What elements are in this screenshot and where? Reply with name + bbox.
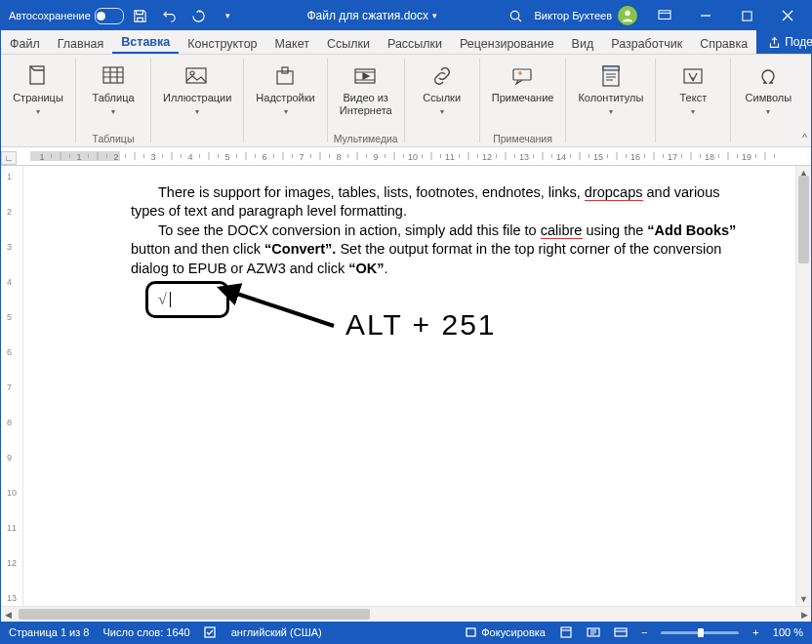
horizontal-scrollbar[interactable]: ◀ ▶: [1, 606, 811, 622]
tab-view[interactable]: Вид: [563, 33, 603, 54]
account-button[interactable]: Виктор Бухтеев: [529, 6, 643, 25]
status-wordcount[interactable]: Число слов: 1640: [102, 626, 189, 638]
tab-design[interactable]: Конструктор: [179, 33, 265, 54]
web-layout-icon: [614, 626, 628, 638]
addins-button[interactable]: Надстройки▾: [248, 59, 322, 120]
toggle-icon: [95, 8, 124, 24]
zoom-level[interactable]: 100 %: [773, 626, 803, 638]
sqrt-symbol: √: [158, 291, 167, 308]
maximize-icon: [742, 11, 752, 21]
svg-point-0: [510, 11, 518, 19]
svg-rect-100: [615, 628, 627, 636]
symbols-button[interactable]: Символы▾: [735, 59, 801, 120]
view-print-layout[interactable]: [559, 626, 573, 638]
zoom-in-button[interactable]: +: [752, 626, 758, 638]
customize-qat-button[interactable]: ▾: [216, 3, 241, 28]
svg-text:4: 4: [187, 152, 192, 162]
svg-text:10: 10: [408, 152, 418, 162]
proofing-icon: [204, 626, 218, 638]
svg-rect-96: [205, 627, 215, 637]
headerfooter-icon: [597, 62, 625, 90]
tab-review[interactable]: Рецензирование: [451, 33, 563, 54]
ribbon-group-addins: Надстройки▾: [244, 55, 326, 146]
svg-text:1: 1: [39, 152, 44, 162]
chevron-down-icon: ▾: [195, 107, 199, 116]
document-canvas[interactable]: There is support for images, tables, lis…: [23, 166, 795, 606]
svg-text:16: 16: [630, 152, 640, 162]
illustrations-button[interactable]: Иллюстрации▾: [155, 59, 239, 120]
search-button[interactable]: [504, 3, 529, 28]
scroll-down-icon[interactable]: ▼: [796, 592, 811, 606]
title-filename: Файл для сжатия.docx ▾: [241, 9, 504, 22]
ribbon-group-tables: Таблица▾ Таблицы: [76, 55, 150, 146]
zoom-slider[interactable]: [661, 631, 739, 634]
svg-rect-98: [561, 627, 571, 637]
view-web-layout[interactable]: [614, 626, 628, 638]
document-text[interactable]: There is support for images, tables, lis…: [43, 172, 784, 278]
annotation-arrow-icon: [217, 277, 344, 336]
svg-text:19: 19: [742, 152, 751, 162]
svg-text:2: 2: [113, 152, 118, 162]
ribbon-group-symbols: Символы▾: [731, 55, 805, 146]
tab-insert[interactable]: Вставка: [112, 31, 179, 54]
tab-developer[interactable]: Разработчик: [602, 33, 691, 54]
chevron-down-icon[interactable]: ▾: [432, 11, 437, 20]
tab-mailings[interactable]: Рассылки: [379, 33, 451, 54]
share-button[interactable]: Поделиться: [756, 30, 812, 54]
ribbon-display-button[interactable]: [645, 1, 684, 30]
tab-references[interactable]: Ссылки: [318, 33, 379, 54]
close-button[interactable]: [768, 1, 807, 30]
title-bar: Автосохранение ▾ Файл для сжатия.docx ▾ …: [1, 1, 811, 30]
annotation-text: ALT + 251: [345, 308, 497, 342]
pages-button[interactable]: Страницы▾: [5, 59, 71, 120]
share-label: Поделиться: [785, 35, 812, 49]
save-button[interactable]: [128, 3, 153, 28]
scroll-thumb[interactable]: [19, 609, 370, 620]
ribbon-group-headerfooter: Колонтитулы▾: [566, 55, 655, 146]
comment-button[interactable]: Примечание: [484, 59, 562, 108]
redo-button[interactable]: [186, 3, 212, 28]
tab-layout[interactable]: Макет: [266, 33, 318, 54]
text-cursor: [170, 292, 171, 307]
headerfooter-button[interactable]: Колонтитулы▾: [570, 59, 651, 120]
svg-text:17: 17: [668, 152, 677, 162]
text-button[interactable]: Текст▾: [660, 59, 726, 120]
horizontal-ruler[interactable]: ∟ 112345678910111213141516171819: [1, 147, 811, 166]
status-focus[interactable]: Фокусировка: [465, 626, 546, 638]
save-icon: [133, 9, 147, 23]
status-page[interactable]: Страница 1 из 8: [9, 626, 89, 638]
textbox-icon: [679, 62, 707, 90]
minimize-button[interactable]: [686, 1, 725, 30]
collapse-ribbon-button[interactable]: ^: [802, 133, 807, 143]
scroll-thumb[interactable]: [798, 176, 809, 263]
autosave-toggle[interactable]: Автосохранение: [9, 8, 124, 24]
online-video-button[interactable]: Видео изИнтернета: [332, 59, 400, 120]
tab-home[interactable]: Главная: [49, 33, 113, 54]
title-right: Виктор Бухтеев: [529, 1, 807, 30]
status-proofing[interactable]: [204, 626, 218, 638]
zoom-out-button[interactable]: −: [641, 626, 647, 638]
scroll-right-icon[interactable]: ▶: [797, 610, 811, 620]
vertical-ruler[interactable]: 12345678910111213: [1, 166, 23, 606]
links-button[interactable]: Ссылки▾: [409, 59, 475, 120]
print-layout-icon: [559, 626, 573, 638]
status-language[interactable]: английский (США): [231, 626, 322, 638]
ribbon-display-icon: [658, 10, 671, 21]
chevron-down-icon: ▾: [284, 107, 288, 116]
symbol-icon: [754, 62, 782, 90]
autosave-label: Автосохранение: [9, 10, 91, 21]
vertical-scrollbar[interactable]: ▲ ▼: [795, 166, 811, 606]
work-area: 12345678910111213 There is support for i…: [1, 166, 811, 606]
undo-button[interactable]: [157, 3, 183, 28]
page: There is support for images, tables, lis…: [43, 172, 784, 606]
table-button[interactable]: Таблица▾: [80, 59, 146, 120]
tab-help[interactable]: Справка: [691, 33, 756, 54]
svg-text:13: 13: [519, 152, 529, 162]
view-read-mode[interactable]: [587, 626, 600, 638]
maximize-button[interactable]: [727, 1, 766, 30]
svg-text:18: 18: [705, 152, 714, 162]
scroll-left-icon[interactable]: ◀: [1, 610, 15, 620]
svg-text:11: 11: [445, 152, 455, 162]
svg-rect-5: [103, 67, 123, 83]
tab-file[interactable]: Файл: [1, 33, 49, 54]
